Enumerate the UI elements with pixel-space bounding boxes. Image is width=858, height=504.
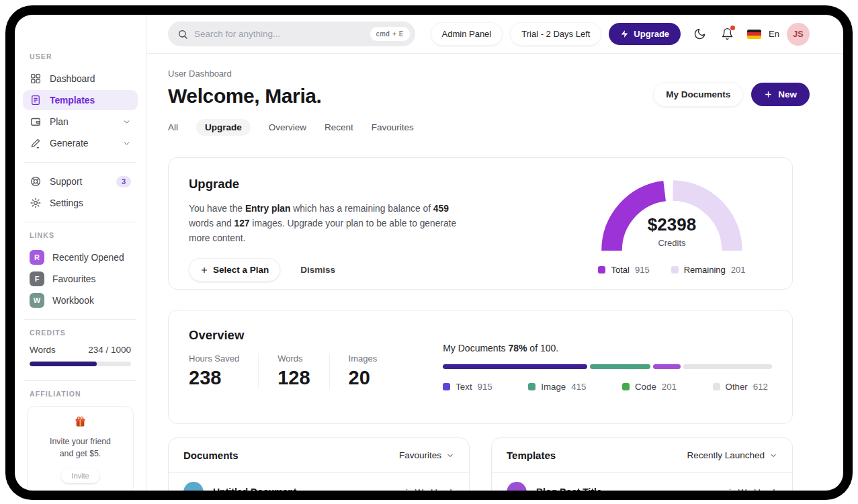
app-window: USER Dashboard Templates Plan Generate S… [15, 15, 843, 491]
legend-label: Total [611, 265, 629, 275]
sidebar-item-generate[interactable]: Generate [23, 133, 138, 153]
flag-stripe [747, 36, 761, 39]
legend-value: 915 [635, 265, 650, 275]
tab-recent[interactable]: Recent [325, 119, 353, 136]
sidebar-link-label: Recently Opened [52, 253, 124, 263]
templates-filter-dropdown[interactable]: Recently Launched [687, 450, 777, 460]
sidebar-item-templates[interactable]: Templates [23, 90, 138, 110]
legend-label: Image [541, 382, 566, 392]
template-avatar [507, 482, 527, 491]
support-badge: 3 [116, 176, 131, 187]
tab-all[interactable]: All [168, 119, 178, 136]
search-shortcut-badge: cmd + E [370, 27, 410, 41]
dismiss-button[interactable]: Dismiss [300, 265, 335, 275]
overview-legend: Text 915 Image 415 Code 201 [443, 382, 772, 392]
templates-filter-label: Recently Launched [687, 450, 765, 460]
moon-icon [693, 28, 706, 40]
template-title: Blog Post Title [536, 487, 602, 491]
documents-filter-dropdown[interactable]: Favourites [399, 450, 454, 460]
stat-words: Words 128 [277, 353, 329, 389]
gauge-legend: Total 915 Remaining 201 [596, 265, 748, 275]
theme-toggle[interactable] [692, 27, 707, 42]
bar-segment-text [443, 364, 587, 369]
documents-card-header: Documents Favourites [169, 438, 469, 473]
stat-images: Images 20 [349, 353, 396, 389]
tabs: All Upgrade Overview Recent Favourites [168, 119, 793, 136]
documents-stacked-bar [443, 364, 772, 369]
legend-value: 201 [731, 265, 746, 275]
overview-card: Overview Hours Saved 238 Words 128 Image… [168, 310, 793, 424]
new-button-label: New [778, 89, 797, 99]
legend-item-remaining: Remaining 201 [671, 265, 746, 275]
search-bar[interactable]: cmd + E [168, 22, 415, 46]
sidebar-link-label: Favourites [52, 274, 95, 284]
sidebar-link-label: Workbook [52, 296, 94, 306]
legend-swatch [671, 266, 679, 274]
gift-icon [75, 416, 86, 427]
gauge-center-text: $2398 Credits [596, 214, 748, 248]
sidebar-item-label: Plan [50, 117, 69, 127]
notifications-button[interactable] [720, 27, 734, 42]
header-actions: My Documents New [653, 82, 810, 107]
sidebar-item-label: Support [50, 177, 82, 187]
legend-label: Remaining [684, 265, 726, 275]
language-selector[interactable]: En [769, 29, 779, 39]
device-frame: USER Dashboard Templates Plan Generate S… [5, 5, 853, 500]
document-list-item[interactable]: Untitled Document in Workbook [169, 473, 469, 491]
chevron-down-icon [446, 452, 454, 460]
templates-card-title: Templates [507, 450, 556, 461]
document-avatar [183, 482, 204, 491]
sidebar-item-dashboard[interactable]: Dashboard [23, 69, 138, 89]
stat-label: Hours Saved [189, 353, 239, 364]
tab-upgrade[interactable]: Upgrade [196, 119, 251, 136]
tab-overview[interactable]: Overview [269, 119, 306, 136]
right-column: cmd + E Admin Panel Trial - 2 Days Left … [146, 15, 843, 491]
document-title: Untitled Document [213, 487, 296, 491]
sidebar-item-label: Generate [50, 138, 89, 149]
legend-swatch [528, 383, 535, 390]
pencil-icon [30, 137, 42, 149]
credits-row: Words 234 / 1000 [23, 345, 138, 355]
upgrade-button[interactable]: Upgrade [609, 23, 681, 45]
sidebar-section-user: USER [30, 52, 138, 60]
legend-label: Text [456, 382, 472, 392]
affiliation-card: Invite your friend and get $5. Invite [27, 406, 134, 491]
legend-item-image: Image 415 [528, 382, 586, 392]
documents-filter-label: Favourites [399, 450, 441, 460]
divider [24, 222, 136, 222]
german-flag-icon[interactable] [747, 30, 761, 39]
legend-swatch [598, 266, 605, 274]
new-button[interactable]: New [751, 83, 810, 106]
trial-button[interactable]: Trial - 2 Days Left [510, 22, 601, 46]
legend-value: 915 [478, 382, 492, 392]
sidebar-section-affiliation: AFFILIATION [30, 390, 138, 398]
document-location: in Workbook [406, 487, 454, 491]
lifebuoy-icon [30, 175, 42, 187]
search-input[interactable] [194, 29, 364, 39]
plus-icon [200, 266, 208, 274]
sidebar-item-support[interactable]: Support 3 [23, 171, 138, 192]
documents-card-title: Documents [183, 450, 239, 461]
sidebar-item-plan[interactable]: Plan [23, 112, 138, 132]
sidebar-link-workbook[interactable]: W Workbook [23, 290, 138, 310]
sidebar-link-favourites[interactable]: F Favourites [23, 269, 138, 289]
sidebar-item-settings[interactable]: Settings [23, 193, 138, 213]
overview-right: My Documents 78% of 100. Text 915 Image … [443, 343, 772, 406]
stat-value: 128 [277, 367, 310, 389]
sidebar-link-recently-opened[interactable]: R Recently Opened [23, 247, 138, 267]
main-content: User Dashboard Welcome, Maria. All Upgra… [146, 54, 843, 491]
invite-button[interactable]: Invite [61, 468, 99, 483]
legend-item-other: Other 612 [713, 382, 768, 392]
upgrade-card: Upgrade You have the Entry plan which ha… [168, 157, 793, 290]
tab-favourites[interactable]: Favourites [372, 119, 414, 136]
lightning-bolt-icon [620, 30, 629, 38]
select-plan-button[interactable]: Select a Plan [189, 258, 280, 282]
template-list-item[interactable]: Blog Post Title in Workbook [492, 473, 792, 491]
user-avatar[interactable]: JS [787, 23, 810, 46]
my-documents-button[interactable]: My Documents [653, 82, 743, 107]
bar-segment-code [653, 364, 681, 369]
sidebar: USER Dashboard Templates Plan Generate S… [15, 15, 146, 491]
document-icon [30, 94, 42, 106]
grid-icon [30, 73, 42, 85]
admin-panel-button[interactable]: Admin Panel [431, 22, 503, 46]
